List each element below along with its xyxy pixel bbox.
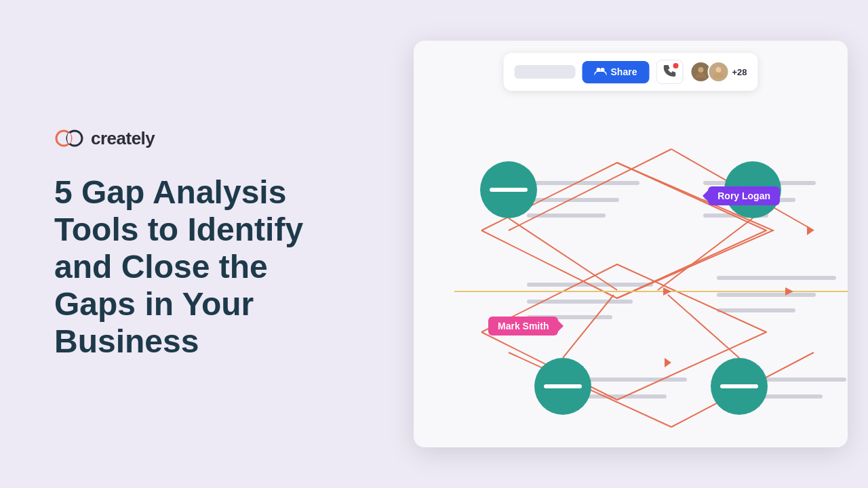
share-button[interactable]: Share xyxy=(583,61,650,83)
svg-point-4 xyxy=(698,67,703,73)
toolbar-placeholder xyxy=(515,65,576,79)
svg-marker-26 xyxy=(665,358,671,367)
avatar-2 xyxy=(707,61,729,83)
diagram-canvas xyxy=(414,95,848,447)
logo-text: creately xyxy=(91,128,155,149)
svg-marker-25 xyxy=(807,226,814,235)
call-active-dot xyxy=(673,63,678,68)
tooltip-mark-smith: Mark Smith xyxy=(488,317,558,336)
share-label: Share xyxy=(611,66,637,77)
logo: creately xyxy=(54,128,353,149)
app-window: Share xyxy=(414,41,848,447)
page-headline: 5 Gap Analysis Tools to Identify and Clo… xyxy=(54,174,353,361)
avatar-group: +28 xyxy=(690,61,747,83)
right-panel: Share xyxy=(393,0,868,488)
svg-line-39 xyxy=(563,295,614,358)
toolbar: Share xyxy=(504,53,758,91)
diagram-svg xyxy=(414,95,848,447)
svg-line-37 xyxy=(509,218,617,290)
avatar-count: +28 xyxy=(732,67,747,77)
creately-logo-icon xyxy=(54,129,84,148)
svg-point-5 xyxy=(715,67,721,73)
share-icon xyxy=(595,66,607,78)
left-panel: creately 5 Gap Analysis Tools to Identif… xyxy=(0,87,393,401)
call-button[interactable] xyxy=(656,60,683,84)
tooltip-rory-logan: Rory Logan xyxy=(708,186,780,205)
